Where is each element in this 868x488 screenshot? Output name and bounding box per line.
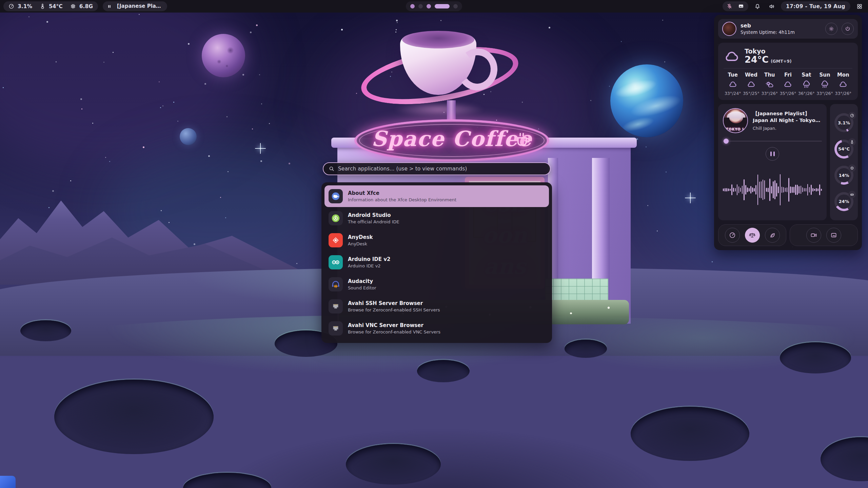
power-button[interactable] <box>842 23 854 35</box>
network-port-icon <box>329 321 343 336</box>
system-stats-pill[interactable]: 3.1% 54°C 6.8G <box>3 1 98 11</box>
star-sparkle <box>260 148 261 149</box>
workspace-dot[interactable] <box>418 4 423 8</box>
now-playing-pill[interactable]: 【Japanese Playlist】 J... <box>103 1 167 11</box>
workspace-dot[interactable] <box>453 4 458 8</box>
power-profile-group <box>718 224 786 246</box>
screen-record-button[interactable] <box>806 228 821 243</box>
grid-icon <box>856 3 863 9</box>
temperature-value: 54°C <box>49 3 63 9</box>
forecast-day: Tue <box>724 72 742 78</box>
user-name: seb <box>741 23 821 29</box>
forecast-temps: 33°/24° <box>724 91 742 96</box>
app-search-bar <box>323 162 551 175</box>
android-studio-app-icon <box>329 211 343 225</box>
app-grid-button[interactable] <box>854 1 865 12</box>
app-item-arduino[interactable]: Arduino IDE v2 Arduino IDE v2 <box>324 251 549 273</box>
app-item-avahi-ssh[interactable]: Avahi SSH Server Browser Browse for Zero… <box>324 296 549 317</box>
memory-chip-icon <box>848 164 856 172</box>
cloud-icon <box>724 80 742 88</box>
purple-planet <box>202 34 245 77</box>
cloud-icon <box>779 80 797 88</box>
app-item-title: Avahi VNC Server Browser <box>348 322 440 328</box>
temperature-gauge: 54°C <box>834 140 853 159</box>
volume-button[interactable] <box>767 1 777 12</box>
cpu-usage-gauge: 3.1% <box>834 113 853 132</box>
clock-pill[interactable]: 17:09 - Tue, 19 Aug <box>781 1 850 11</box>
app-item-title: Avahi SSH Server Browser <box>348 300 440 306</box>
forecast-row: Tue Wed Thu Fri Sat Sun Mon 33°/24° 35°/… <box>724 72 852 96</box>
app-item-audacity[interactable]: Audacity Sound Editor <box>324 273 549 295</box>
track-artist: Chill Japan. <box>753 126 822 131</box>
app-item-about-xfce[interactable]: About Xfce Information about the Xfce De… <box>324 185 549 207</box>
star-sparkle <box>690 197 691 199</box>
video-camera-icon <box>810 232 817 239</box>
search-icon <box>329 166 335 172</box>
forecast-day: Fri <box>779 72 797 78</box>
disk-icon <box>848 191 856 198</box>
arduino-app-icon <box>329 255 343 269</box>
weather-city: Tokyo <box>745 47 792 55</box>
workspace-dot[interactable] <box>410 4 415 8</box>
app-item-desc: Information about the Xfce Desktop Envir… <box>348 197 456 202</box>
play-pause-button[interactable] <box>766 147 779 161</box>
app-item-title: AnyDesk <box>348 234 373 240</box>
memory-gauge: 14% <box>834 166 853 185</box>
profile-performance-button[interactable] <box>725 228 740 243</box>
user-avatar <box>722 22 736 36</box>
bell-icon <box>754 3 761 9</box>
album-art: TOKYO L <box>723 108 748 133</box>
search-input[interactable] <box>338 166 545 172</box>
pause-icon <box>108 4 111 9</box>
forecast-day: Sat <box>797 72 815 78</box>
earth-planet <box>610 64 683 137</box>
cloud-icon <box>834 80 852 88</box>
app-item-android-studio[interactable]: Android Studio The official Android IDE <box>324 207 549 229</box>
neon-sign: Space Coffee <box>354 119 549 162</box>
workspace-dot-active[interactable] <box>435 4 450 8</box>
crater <box>565 340 607 358</box>
power-icon <box>845 26 851 32</box>
disk-usage-gauge: 24% <box>834 192 853 211</box>
sun-cloud-icon <box>761 80 779 88</box>
thermometer-icon <box>40 3 45 9</box>
workspace-dot[interactable] <box>427 4 431 8</box>
wallpaper-icon[interactable] <box>738 3 744 9</box>
app-item-anydesk[interactable]: AnyDesk AnyDesk <box>324 229 549 251</box>
app-item-avahi-vnc[interactable]: Avahi VNC Server Browser Browse for Zero… <box>324 318 549 339</box>
weather-cloud-icon <box>724 49 740 63</box>
sign-pole <box>447 100 456 121</box>
divider <box>724 68 852 68</box>
cpu-gauge-icon <box>8 3 14 9</box>
mic-muted-icon[interactable] <box>727 3 732 9</box>
weather-temp: 24°C <box>745 55 769 64</box>
control-center-panel: seb System Uptime: 4h11m Tokyo 24°C (GMT… <box>714 15 862 250</box>
crater <box>631 407 749 461</box>
profile-powersave-button[interactable] <box>765 228 780 243</box>
profile-balanced-button[interactable] <box>745 228 760 243</box>
speedometer-icon <box>729 232 736 239</box>
forecast-day: Mon <box>834 72 852 78</box>
settings-button[interactable] <box>825 23 837 35</box>
crater <box>20 320 71 341</box>
thermometer-icon <box>848 138 856 146</box>
seek-bar[interactable] <box>723 139 822 144</box>
crater <box>780 342 851 373</box>
system-uptime: System Uptime: 4h11m <box>741 29 821 35</box>
corner-artifact <box>0 476 16 488</box>
seek-thumb[interactable] <box>724 139 729 144</box>
memory-value: 6.8G <box>79 3 93 9</box>
app-item-desc: The official Android IDE <box>348 219 399 224</box>
audacity-app-icon <box>329 277 343 291</box>
leaf-icon <box>769 232 776 239</box>
now-playing-title: 【Japanese Playlist】 J... <box>114 3 162 9</box>
workspace-indicator <box>406 1 462 11</box>
forecast-temps: 33°/26° <box>761 91 779 96</box>
memory-chip-icon <box>70 3 76 9</box>
screenshot-button[interactable] <box>826 228 841 243</box>
weather-card: Tokyo 24°C (GMT+9) Tue Wed Thu Fri Sat S… <box>718 43 858 100</box>
crater <box>54 380 214 454</box>
audio-visualizer <box>723 163 822 216</box>
cup-glow <box>393 102 485 117</box>
notifications-bell-button[interactable] <box>752 1 763 12</box>
